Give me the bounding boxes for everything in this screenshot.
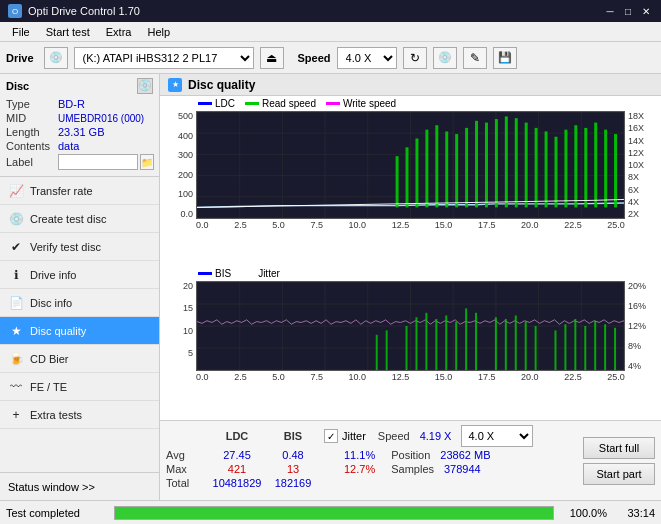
avg-bis: 0.48	[268, 449, 318, 461]
label-browse-button[interactable]: 📁	[140, 154, 154, 170]
bis-legend-dot	[198, 272, 212, 275]
svg-rect-38	[594, 123, 597, 208]
action-buttons: Start full Start part	[583, 425, 655, 496]
refresh-button[interactable]: ↻	[403, 47, 427, 69]
nav-items: 📈 Transfer rate 💿 Create test disc ✔ Ver…	[0, 177, 159, 472]
svg-rect-71	[525, 321, 527, 369]
disc-info-icon: 📄	[8, 295, 24, 311]
position-value: 23862 MB	[440, 449, 490, 461]
svg-rect-66	[465, 308, 467, 370]
svg-rect-23	[445, 131, 448, 207]
samples-label: Samples	[391, 463, 434, 475]
top-chart-wrap: 500 400 300 200 100 0.0	[168, 111, 653, 219]
svg-rect-28	[495, 119, 498, 207]
drive-select[interactable]: (K:) ATAPI iHBS312 2 PL17	[74, 47, 254, 69]
sidebar-item-verify-test-disc[interactable]: ✔ Verify test disc	[0, 233, 159, 261]
samples-value: 378944	[444, 463, 481, 475]
drive-icon-btn: 💿	[44, 47, 68, 69]
top-chart-svg	[196, 111, 625, 219]
menu-help[interactable]: Help	[139, 24, 178, 40]
status-text: Test completed	[6, 507, 106, 519]
label-input[interactable]	[58, 154, 138, 170]
status-bar: Test completed 100.0% 33:14	[0, 500, 661, 524]
top-chart-x-axis: 0.02.55.07.510.012.515.017.520.022.525.0	[168, 219, 653, 230]
svg-rect-26	[475, 121, 478, 208]
svg-rect-40	[614, 134, 617, 207]
disc-panel: Disc 💿 Type BD-R MID UMEBDR016 (000) Len…	[0, 74, 159, 177]
title-bar: O Opti Drive Control 1.70 ─ □ ✕	[0, 0, 661, 22]
stats-area: LDC BIS ✓ Jitter Speed 4.19 X 4.0 X 2.0 …	[160, 420, 661, 500]
drive-info-label: Drive info	[30, 269, 76, 281]
sidebar-item-cd-bier[interactable]: 🍺 CD Bier	[0, 345, 159, 373]
start-full-button[interactable]: Start full	[583, 437, 655, 459]
bottom-chart-section: BIS Jitter 20 15 10 5	[160, 266, 661, 420]
read-speed-legend-dot	[245, 102, 259, 105]
cd-bier-label: CD Bier	[30, 353, 69, 365]
svg-rect-21	[425, 130, 428, 208]
menu-file[interactable]: File	[4, 24, 38, 40]
status-window-button[interactable]: Status window >>	[0, 472, 159, 500]
minimize-button[interactable]: ─	[603, 4, 617, 18]
disc-quality-icon: ★	[8, 323, 24, 339]
top-chart-section: LDC Read speed Write speed 500 400 300 2…	[160, 96, 661, 266]
progress-bar	[114, 506, 554, 520]
svg-rect-29	[505, 116, 508, 207]
svg-rect-36	[574, 125, 577, 207]
svg-rect-79	[614, 327, 616, 369]
disc-button[interactable]: 💿	[433, 47, 457, 69]
eject-button[interactable]: ⏏	[260, 47, 284, 69]
svg-rect-18	[396, 156, 399, 207]
sidebar-item-disc-quality[interactable]: ★ Disc quality	[0, 317, 159, 345]
save-button[interactable]: 💾	[493, 47, 517, 69]
sidebar-item-extra-tests[interactable]: + Extra tests	[0, 401, 159, 429]
contents-value: data	[58, 140, 79, 152]
svg-rect-73	[554, 330, 556, 370]
jitter-check-section: ✓ Jitter	[324, 429, 366, 443]
jitter-legend-label: Jitter	[258, 268, 280, 279]
svg-rect-76	[584, 326, 586, 370]
jitter-checkbox[interactable]: ✓	[324, 429, 338, 443]
drive-bar: Drive 💿 (K:) ATAPI iHBS312 2 PL17 ⏏ Spee…	[0, 42, 661, 74]
svg-rect-78	[604, 324, 606, 370]
total-label: Total	[166, 477, 206, 489]
menu-extra[interactable]: Extra	[98, 24, 140, 40]
svg-rect-69	[505, 318, 507, 369]
sidebar-item-drive-info[interactable]: ℹ Drive info	[0, 261, 159, 289]
svg-rect-65	[455, 321, 457, 369]
edit-button[interactable]: ✎	[463, 47, 487, 69]
write-speed-legend-label: Write speed	[343, 98, 396, 109]
avg-ldc: 27.45	[212, 449, 262, 461]
svg-rect-30	[515, 118, 518, 207]
svg-rect-58	[376, 334, 378, 369]
disc-icon-btn[interactable]: 💿	[137, 78, 153, 94]
bottom-chart-y-left: 20 15 10 5	[168, 281, 196, 371]
sidebar-item-fe-te[interactable]: 〰 FE / TE	[0, 373, 159, 401]
disc-info-label: Disc info	[30, 297, 72, 309]
sidebar-item-transfer-rate[interactable]: 📈 Transfer rate	[0, 177, 159, 205]
bottom-chart-legend: BIS Jitter	[168, 268, 653, 279]
sidebar-item-create-test-disc[interactable]: 💿 Create test disc	[0, 205, 159, 233]
verify-test-disc-icon: ✔	[8, 239, 24, 255]
stats-table: LDC BIS ✓ Jitter Speed 4.19 X 4.0 X 2.0 …	[166, 425, 573, 496]
svg-rect-77	[594, 320, 596, 369]
create-test-disc-icon: 💿	[8, 211, 24, 227]
maximize-button[interactable]: □	[621, 4, 635, 18]
menu-start-test[interactable]: Start test	[38, 24, 98, 40]
svg-rect-61	[415, 317, 417, 370]
start-part-button[interactable]: Start part	[583, 463, 655, 485]
create-test-disc-label: Create test disc	[30, 213, 106, 225]
svg-rect-68	[495, 317, 497, 370]
speed-select[interactable]: 4.0 X 2.0 X 8.0 X	[337, 47, 397, 69]
chart-speed-select[interactable]: 4.0 X 2.0 X	[461, 425, 533, 447]
chart-area: ★ Disc quality LDC Read speed Write spee…	[160, 74, 661, 500]
contents-label: Contents	[6, 140, 58, 152]
drive-label: Drive	[6, 52, 34, 64]
bottom-chart-x-axis: 0.02.55.07.510.012.515.017.520.022.525.0	[168, 371, 653, 382]
svg-rect-37	[584, 128, 587, 207]
svg-rect-39	[604, 130, 607, 208]
sidebar-item-disc-info[interactable]: 📄 Disc info	[0, 289, 159, 317]
sidebar: Disc 💿 Type BD-R MID UMEBDR016 (000) Len…	[0, 74, 160, 500]
avg-label: Avg	[166, 449, 206, 461]
close-button[interactable]: ✕	[639, 4, 653, 18]
transfer-rate-icon: 📈	[8, 183, 24, 199]
